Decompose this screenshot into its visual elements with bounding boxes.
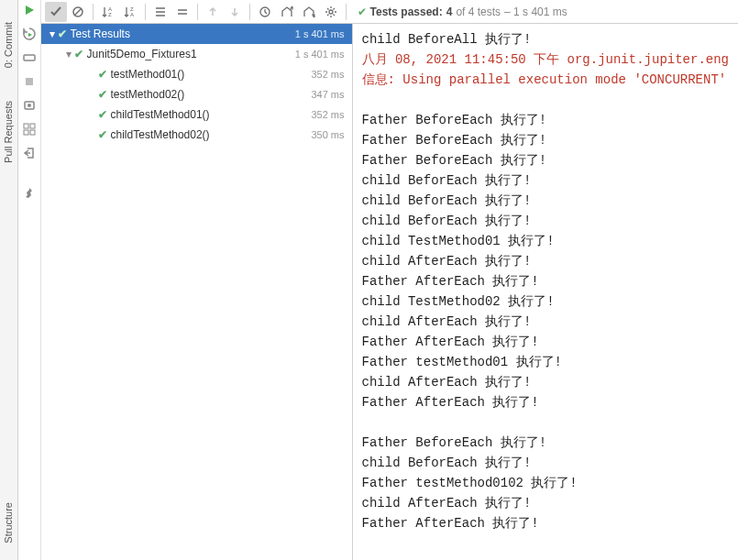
exit-icon[interactable] [21, 145, 38, 161]
tab-commit[interactable]: 0: Commit [3, 22, 14, 68]
collapse-all-icon[interactable] [171, 2, 193, 22]
tree-test-time: 352 ms [311, 109, 344, 120]
svg-rect-7 [30, 130, 35, 135]
svg-text:A: A [130, 12, 134, 17]
tab-structure[interactable]: Structure [3, 502, 14, 544]
console-line: Father BeforeEach 执行了! [362, 130, 729, 150]
console-line: child BeforEach 执行了! [362, 453, 729, 473]
rerun-failed-icon[interactable] [21, 26, 38, 42]
console-line: Father BeforeEach 执行了! [362, 110, 729, 130]
show-ignored-icon[interactable] [67, 2, 89, 22]
chevron-down-icon[interactable]: ▾ [47, 27, 58, 40]
previous-failed-icon[interactable] [202, 2, 224, 22]
pass-icon: ✔ [58, 27, 67, 40]
console-line [362, 412, 729, 433]
summary-mid: of 4 tests [456, 5, 501, 18]
tree-test-row[interactable]: ✔childTestMethod02()350 ms [41, 125, 352, 145]
console-line: Father BeforeEach 执行了! [362, 150, 729, 170]
console-line: child TestMethod01 执行了! [362, 231, 729, 251]
run-gutter [18, 0, 41, 560]
sort-by-duration-icon[interactable]: ZA [119, 2, 141, 22]
tree-test-time: 350 ms [311, 129, 344, 140]
layout-icon[interactable] [21, 121, 38, 137]
svg-rect-6 [24, 130, 28, 135]
test-tree[interactable]: ▾ ✔ Test Results 1 s 401 ms ▾ ✔ Junit5De… [41, 24, 353, 560]
sort-alphabetically-icon[interactable]: AZ [97, 2, 119, 22]
console-line: Father testMethod01 执行了! [362, 352, 729, 372]
console-line: 信息: Using parallel execution mode 'CONCU… [362, 70, 729, 90]
tab-pull-requests[interactable]: Pull Requests [3, 101, 14, 163]
console-line: child AfterEach 执行了! [362, 493, 729, 513]
tree-root[interactable]: ▾ ✔ Test Results 1 s 401 ms [41, 24, 352, 44]
console-line: Father AfterEach 执行了! [362, 392, 729, 412]
show-passed-icon[interactable] [45, 2, 67, 22]
tree-suite-label: Junit5Demo_Fixtures1 [87, 48, 295, 60]
summary-time: – 1 s 401 ms [504, 5, 567, 18]
console-line: Father AfterEach 执行了! [362, 513, 729, 533]
tree-test-label: childTestMethod02() [111, 128, 312, 141]
chevron-down-icon[interactable]: ▾ [63, 48, 74, 60]
console-output[interactable]: child BeforeAll 执行了!八月 08, 2021 11:45:50… [353, 24, 738, 560]
console-line: child BeforEach 执行了! [362, 211, 729, 231]
pass-icon: ✔ [98, 68, 107, 81]
svg-point-15 [329, 10, 333, 14]
pass-icon: ✔ [98, 108, 107, 121]
svg-text:Z: Z [108, 12, 112, 17]
console-line: child AfterEach 执行了! [362, 372, 729, 392]
tab-structure-label: Structure [3, 502, 14, 544]
check-icon: ✔ [358, 5, 367, 18]
test-summary: ✔ Tests passed: 4 of 4 tests – 1 s 401 m… [358, 5, 567, 18]
tree-test-label: childTestMethod01() [111, 108, 312, 121]
summary-prefix: Tests passed: [370, 5, 443, 18]
console-line: child AfterEach 执行了! [362, 312, 729, 332]
tab-commit-label: 0: Commit [3, 22, 14, 68]
console-line: Father testMethod0102 执行了! [362, 473, 729, 493]
tree-test-label: testMethod01() [111, 68, 312, 81]
dump-threads-icon[interactable] [21, 97, 38, 114]
console-line: child AfterEach 执行了! [362, 251, 729, 271]
pass-icon: ✔ [98, 128, 107, 141]
console-line: child BeforEach 执行了! [362, 170, 729, 191]
tree-root-time: 1 s 401 ms [295, 28, 345, 39]
next-failed-icon[interactable] [224, 2, 246, 22]
toggle-auto-test-icon[interactable] [21, 49, 38, 66]
test-toolbar: AZ ZA [41, 0, 738, 24]
test-history-icon[interactable] [298, 2, 320, 22]
svg-rect-1 [26, 78, 33, 85]
tab-pull-requests-label: Pull Requests [3, 101, 14, 163]
console-line: child BeforeAll 执行了! [362, 29, 729, 49]
export-tests-icon[interactable] [276, 2, 298, 22]
tree-test-label: testMethod02() [111, 88, 312, 101]
stop-icon[interactable] [21, 73, 38, 90]
summary-passed: 4 [446, 5, 453, 18]
settings-icon[interactable] [320, 2, 342, 22]
console-line: Father AfterEach 执行了! [362, 271, 729, 291]
pin-icon[interactable] [21, 185, 38, 202]
console-line [362, 90, 729, 110]
console-line: Father BeforeEach 执行了! [362, 433, 729, 453]
tree-test-row[interactable]: ✔testMethod02()347 ms [41, 84, 352, 104]
svg-rect-5 [30, 124, 35, 128]
svg-rect-4 [24, 124, 28, 128]
import-tests-icon[interactable] [254, 2, 276, 22]
console-line: Father AfterEach 执行了! [362, 332, 729, 352]
tree-test-row[interactable]: ✔testMethod01()352 ms [41, 64, 352, 84]
tree-test-row[interactable]: ✔childTestMethod01()352 ms [41, 104, 352, 125]
tree-suite-time: 1 s 401 ms [295, 49, 345, 60]
tree-root-label: Test Results [71, 27, 295, 40]
run-icon[interactable] [21, 2, 38, 18]
svg-rect-0 [24, 55, 35, 60]
svg-point-3 [28, 104, 31, 107]
console-line: child BeforEach 执行了! [362, 191, 729, 211]
pass-icon: ✔ [98, 88, 107, 101]
tree-test-time: 347 ms [311, 89, 344, 100]
tree-suite[interactable]: ▾ ✔ Junit5Demo_Fixtures1 1 s 401 ms [41, 44, 352, 64]
expand-all-icon[interactable] [149, 2, 171, 22]
left-tool-tabs: 0: Commit Pull Requests Structure [0, 0, 18, 560]
pass-icon: ✔ [74, 48, 83, 60]
svg-line-9 [74, 8, 82, 16]
tree-test-time: 352 ms [311, 69, 344, 80]
console-line: 八月 08, 2021 11:45:50 下午 org.junit.jupite… [362, 49, 729, 70]
console-line: child TestMethod02 执行了! [362, 291, 729, 312]
